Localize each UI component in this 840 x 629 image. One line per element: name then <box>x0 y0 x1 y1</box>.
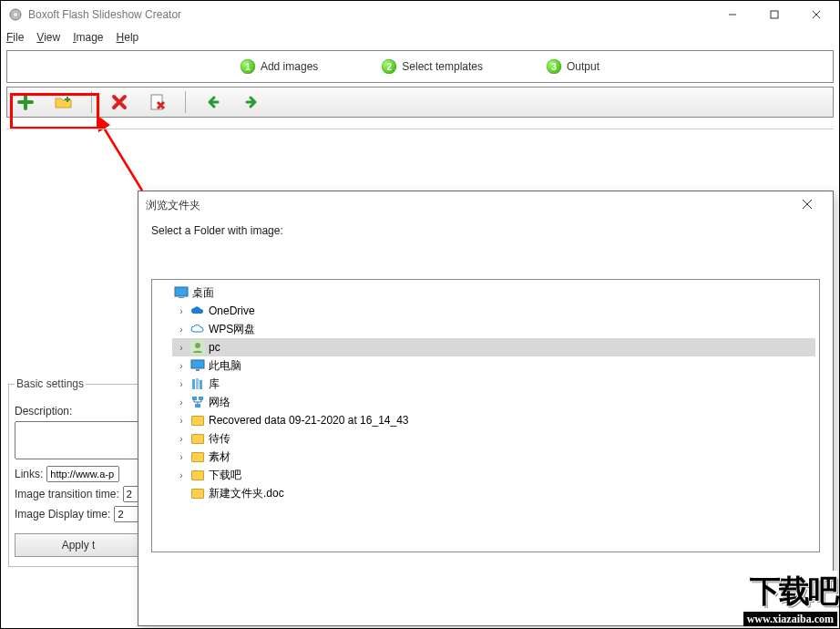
window-titlebar: Boxoft Flash Slideshow Creator <box>1 1 839 28</box>
tree-item[interactable]: ›Recovered data 09-21-2020 at 16_14_43 <box>172 411 815 429</box>
close-icon <box>812 10 821 19</box>
tree-item[interactable]: ›素材 <box>172 448 815 466</box>
monitor-icon <box>190 358 205 373</box>
network-icon <box>190 395 205 409</box>
svg-rect-21 <box>195 404 200 407</box>
settings-legend: Basic settings <box>15 377 86 390</box>
step-select-templates[interactable]: 2 Select templates <box>382 59 483 74</box>
svg-rect-11 <box>179 297 184 298</box>
delete-x-icon <box>111 94 128 110</box>
tree-item[interactable]: ›网络 <box>172 393 815 411</box>
toolbar <box>6 87 834 118</box>
add-image-button[interactable] <box>15 91 36 113</box>
step-add-images[interactable]: 1 Add images <box>241 59 318 74</box>
apply-button[interactable]: Apply t <box>15 533 142 557</box>
tree-item[interactable]: ›OneDrive <box>172 302 815 320</box>
chevron-right-icon[interactable]: › <box>176 379 187 389</box>
chevron-right-icon[interactable]: › <box>176 434 187 444</box>
svg-rect-3 <box>771 11 778 18</box>
step-output[interactable]: 3 Output <box>547 59 599 74</box>
svg-point-1 <box>14 13 17 16</box>
menu-view[interactable]: View <box>36 31 60 44</box>
svg-rect-20 <box>199 397 203 400</box>
tree-node-label: 此电脑 <box>209 358 241 374</box>
tree-item[interactable]: ›库 <box>172 375 815 393</box>
description-textarea[interactable] <box>15 421 142 459</box>
folder-tree[interactable]: 桌面 ›OneDrive›WPS网盘›pc›此电脑›库›网络›Recovered… <box>151 279 820 552</box>
links-label: Links: <box>15 468 43 480</box>
minimize-button[interactable] <box>712 1 753 28</box>
step-number-1-icon: 1 <box>241 59 255 74</box>
delete-button[interactable] <box>108 91 130 113</box>
app-icon <box>8 7 23 22</box>
tree-item[interactable]: ›pc <box>172 338 815 356</box>
document-x-icon <box>149 93 167 111</box>
window-title: Boxoft Flash Slideshow Creator <box>28 8 712 21</box>
tree-node-label: 下载吧 <box>209 468 241 483</box>
chevron-right-icon[interactable]: › <box>176 361 187 371</box>
tree-item[interactable]: ›待传 <box>172 429 815 448</box>
svg-point-13 <box>195 343 200 348</box>
library-icon <box>190 376 205 391</box>
svg-rect-16 <box>192 379 195 389</box>
close-icon <box>802 199 813 210</box>
dialog-title: 浏览文件夹 <box>146 198 200 213</box>
tree-node-label: 库 <box>209 376 220 392</box>
folder-icon <box>190 486 205 500</box>
svg-rect-18 <box>200 380 202 389</box>
dialog-titlebar: 浏览文件夹 <box>138 191 833 219</box>
chevron-right-icon[interactable]: › <box>176 343 187 353</box>
chevron-right-icon[interactable]: › <box>176 325 187 335</box>
arrow-left-icon <box>205 94 221 110</box>
dialog-close-button[interactable] <box>789 197 825 213</box>
plus-icon <box>16 93 35 111</box>
folder-icon <box>190 449 205 464</box>
svg-rect-10 <box>175 287 188 296</box>
step-label: Add images <box>261 60 318 73</box>
chevron-right-icon[interactable]: › <box>176 306 187 316</box>
display-time-label: Image Display time: <box>15 508 110 521</box>
chevron-right-icon[interactable]: › <box>176 470 187 480</box>
tree-item[interactable]: ›此电脑 <box>172 356 815 375</box>
maximize-button[interactable] <box>753 1 795 28</box>
svg-rect-15 <box>196 369 200 371</box>
step-label: Select templates <box>402 60 483 73</box>
arrow-right-icon <box>243 94 260 110</box>
folder-plus-icon <box>54 93 74 111</box>
clear-all-button[interactable] <box>147 91 169 113</box>
tree-node-label: pc <box>209 341 220 354</box>
chevron-right-icon[interactable]: › <box>176 397 187 407</box>
chevron-right-icon[interactable]: › <box>176 416 187 426</box>
add-folder-button[interactable] <box>53 91 75 113</box>
svg-rect-19 <box>192 397 197 400</box>
tree-item[interactable]: ›WPS网盘 <box>172 320 815 338</box>
tree-node-label: OneDrive <box>209 304 255 317</box>
next-button[interactable] <box>241 91 262 113</box>
close-button[interactable] <box>795 1 837 28</box>
description-label: Description: <box>15 405 72 418</box>
minimize-icon <box>728 10 737 19</box>
tree-node-label: WPS网盘 <box>209 322 255 337</box>
menu-file[interactable]: File <box>6 31 24 44</box>
user-icon <box>190 340 205 355</box>
step-label: Output <box>567 60 599 73</box>
chevron-right-icon[interactable]: › <box>176 452 187 462</box>
folder-icon <box>190 413 205 428</box>
tree-node-label: 桌面 <box>192 285 214 301</box>
tree-item[interactable]: 新建文件夹.doc <box>172 484 815 502</box>
menu-help[interactable]: Help <box>117 31 139 44</box>
transition-time-label: Image transition time: <box>15 488 119 500</box>
tree-root-desktop[interactable]: 桌面 <box>156 284 815 302</box>
cloud-outline-icon <box>190 322 205 336</box>
step-number-2-icon: 2 <box>382 59 396 74</box>
browse-folder-dialog: 浏览文件夹 Select a Folder with image: 桌面 ›On… <box>138 191 834 626</box>
tree-item[interactable]: ›下载吧 <box>172 466 815 484</box>
tree-node-label: 素材 <box>209 449 230 465</box>
maximize-icon <box>770 10 779 19</box>
toolbar-separator <box>91 91 92 113</box>
prev-button[interactable] <box>202 91 224 113</box>
links-input[interactable] <box>46 466 119 482</box>
menu-image[interactable]: Image <box>73 31 103 44</box>
cloud-blue-icon <box>190 304 205 318</box>
wizard-steps: 1 Add images 2 Select templates 3 Output <box>6 50 834 83</box>
